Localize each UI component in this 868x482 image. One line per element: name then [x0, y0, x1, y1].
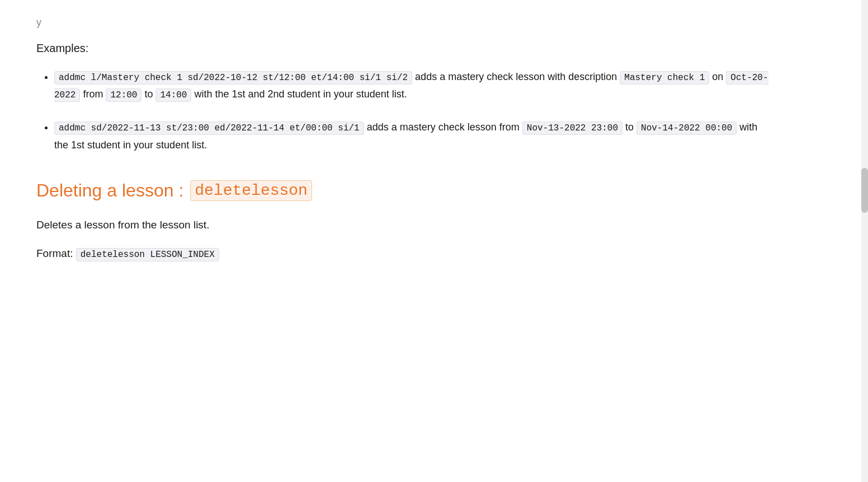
examples-list: addmc l/Mastery check 1 sd/2022-10-12 st… — [54, 68, 769, 153]
top-partial-text: y — [36, 17, 769, 29]
code-mastery-check-1: Mastery check 1 — [620, 71, 709, 85]
code-end-datetime: Nov-14-2022 00:00 — [636, 121, 737, 135]
examples-label: Examples: — [36, 42, 769, 55]
deleting-heading: Deleting a lesson : deletelesson — [36, 180, 769, 201]
scrollbar-thumb[interactable] — [861, 168, 868, 213]
deleting-section: Deleting a lesson : deletelesson Deletes… — [36, 180, 769, 262]
deletelesson-code: deletelesson — [190, 180, 312, 201]
code-example-2: addmc sd/2022-11-13 st/23:00 ed/2022-11-… — [54, 121, 364, 135]
format-code: deletelesson LESSON_INDEX — [76, 248, 219, 261]
text-from: from — [80, 88, 106, 100]
code-start-datetime: Nov-13-2022 23:00 — [522, 121, 622, 135]
list-item: addmc sd/2022-11-13 st/23:00 ed/2022-11-… — [54, 119, 769, 153]
text-adds-1: adds a mastery check lesson with descrip… — [412, 71, 620, 82]
text-to-1: to — [141, 88, 155, 100]
deleting-heading-text: Deleting a lesson : — [36, 180, 183, 201]
format-line: Format: deletelesson LESSON_INDEX — [36, 245, 769, 263]
scrollbar[interactable] — [861, 0, 868, 482]
code-example-1: addmc l/Mastery check 1 sd/2022-10-12 st… — [54, 71, 412, 85]
code-end-time-1: 14:00 — [155, 88, 191, 102]
page-container: y Examples: addmc l/Mastery check 1 sd/2… — [0, 0, 805, 309]
deleting-description: Deletes a lesson from the lesson list. — [36, 217, 769, 233]
text-to-2: to — [622, 121, 636, 133]
text-adds-2: adds a mastery check lesson from — [364, 121, 522, 133]
text-with-students: with the 1st and 2nd student in your stu… — [191, 88, 407, 100]
format-label: Format: — [36, 247, 76, 259]
list-item: addmc l/Mastery check 1 sd/2022-10-12 st… — [54, 68, 769, 103]
text-on: on — [709, 71, 726, 82]
code-start-time-1: 12:00 — [106, 88, 141, 102]
